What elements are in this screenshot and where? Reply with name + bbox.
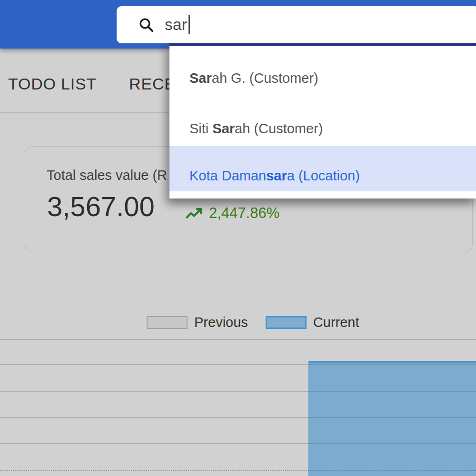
section-divider — [0, 282, 476, 282]
app-header: sar — [0, 0, 476, 49]
search-query-text: sar — [165, 16, 187, 34]
legend-swatch-current — [266, 316, 307, 329]
gridline — [0, 417, 476, 418]
search-input[interactable]: sar — [117, 6, 476, 43]
suggestion-text-prefix: Kota Daman — [189, 168, 266, 184]
search-icon — [139, 17, 154, 33]
trend-percentage: 2,447.86% — [209, 205, 279, 222]
gridline — [0, 470, 476, 471]
card-title: Total sales value (R — [47, 168, 167, 183]
suggestion-text-prefix: Siti — [189, 121, 212, 137]
legend-swatch-previous — [147, 316, 188, 329]
tab-todo-list[interactable]: TODO LIST — [8, 75, 97, 93]
total-sales-value: 3,567.00 — [47, 190, 155, 222]
text-caret — [188, 15, 190, 34]
trend-indicator: 2,447.86% — [184, 205, 279, 222]
search-suggestions-dropdown: Sarah G. (Customer) Siti Sarah (Customer… — [169, 43, 476, 198]
suggestion-text-match: Sar — [212, 121, 235, 137]
suggestion-siti-sarah-customer[interactable]: Siti Sarah (Customer) — [169, 97, 476, 146]
suggestion-kota-damansara-location[interactable]: Kota Damansara (Location) — [169, 146, 476, 191]
gridline — [0, 364, 476, 365]
bar-chart — [0, 333, 476, 476]
suggestion-text-suffix: a (Location) — [287, 168, 360, 184]
current-series-bar — [308, 361, 476, 476]
chart-legend: Previous Current — [147, 312, 359, 333]
legend-label-previous: Previous — [194, 315, 248, 330]
suggestion-text-suffix: ah G. (Customer) — [212, 70, 318, 86]
suggestion-text-match: sar — [266, 168, 287, 184]
suggestion-text-suffix: ah (Customer) — [235, 121, 323, 137]
gridline — [0, 391, 476, 392]
legend-label-current: Current — [313, 315, 359, 330]
gridline — [0, 443, 476, 444]
suggestion-sarah-g-customer[interactable]: Sarah G. (Customer) — [169, 46, 476, 97]
suggestion-text-match: Sar — [189, 70, 212, 86]
legend-item-previous[interactable]: Previous — [147, 315, 248, 330]
gridline — [0, 339, 476, 340]
legend-item-current[interactable]: Current — [266, 315, 359, 330]
trending-up-icon — [184, 206, 203, 221]
